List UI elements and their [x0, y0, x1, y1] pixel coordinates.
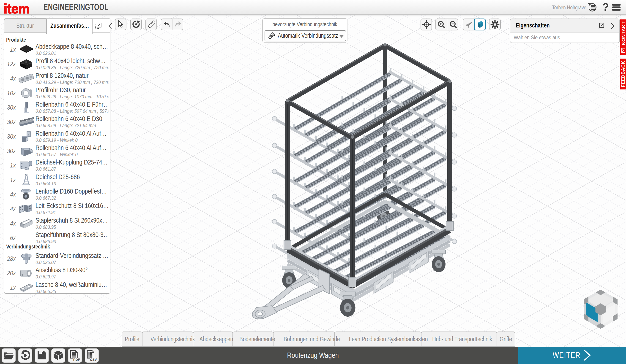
svg-text:CSV: CSV	[90, 358, 97, 361]
svg-text:PDF: PDF	[73, 358, 80, 361]
